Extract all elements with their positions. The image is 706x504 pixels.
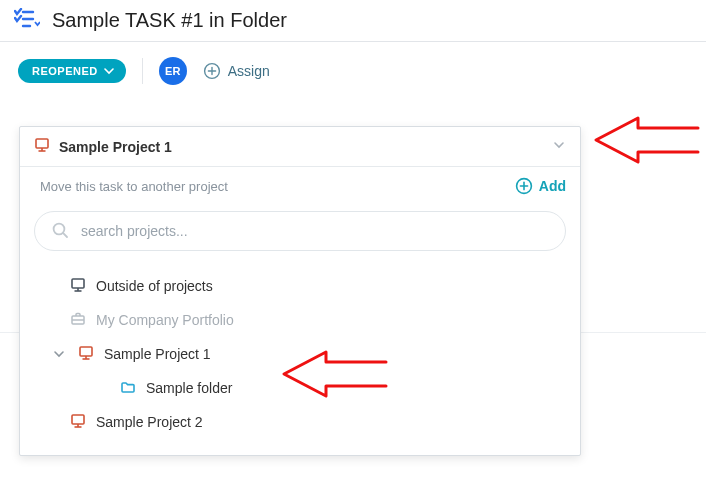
- status-pill-reopened[interactable]: REOPENED: [18, 59, 126, 83]
- tree-label: Sample folder: [146, 380, 232, 396]
- tree-item-outside[interactable]: Outside of projects: [28, 269, 576, 303]
- avatar[interactable]: ER: [159, 57, 187, 85]
- briefcase-icon: [70, 311, 86, 330]
- project-tree: Outside of projects My Company Portfolio…: [20, 261, 580, 455]
- panel-header-row[interactable]: Sample Project 1: [20, 127, 580, 167]
- toolbar-divider: [142, 58, 143, 84]
- chevron-down-icon[interactable]: [552, 138, 566, 155]
- svg-rect-6: [36, 139, 48, 148]
- project-picker-panel: Sample Project 1 Move this task to anoth…: [19, 126, 581, 456]
- tree-label: Outside of projects: [96, 278, 213, 294]
- assign-label: Assign: [228, 63, 270, 79]
- chevron-down-icon: [104, 66, 114, 76]
- project-icon: [70, 413, 86, 432]
- chevron-down-icon[interactable]: [50, 348, 68, 360]
- search-input[interactable]: [79, 222, 549, 240]
- project-icon: [34, 137, 50, 156]
- add-label: Add: [539, 178, 566, 194]
- tree-label: Sample Project 2: [96, 414, 203, 430]
- add-button[interactable]: Add: [515, 177, 566, 195]
- tree-label: My Company Portfolio: [96, 312, 234, 328]
- panel-hint: Move this task to another project: [40, 179, 515, 194]
- status-label: REOPENED: [32, 65, 98, 77]
- plus-circle-icon: [515, 177, 533, 195]
- tree-item-portfolio[interactable]: My Company Portfolio: [28, 303, 576, 337]
- svg-rect-19: [80, 347, 92, 356]
- search-box[interactable]: [34, 211, 566, 251]
- panel-project-name: Sample Project 1: [59, 139, 543, 155]
- tree-item-project2[interactable]: Sample Project 2: [28, 405, 576, 439]
- svg-rect-14: [72, 279, 84, 288]
- plus-circle-icon: [203, 62, 221, 80]
- project-icon: [78, 345, 94, 364]
- assign-button[interactable]: Assign: [203, 62, 270, 80]
- task-list-icon[interactable]: [14, 8, 40, 33]
- tree-label: Sample Project 1: [104, 346, 211, 362]
- tree-item-sample-folder[interactable]: Sample folder: [28, 371, 576, 405]
- annotation-arrow: [590, 114, 700, 174]
- search-icon: [51, 221, 69, 242]
- project-icon: [70, 277, 86, 296]
- svg-rect-22: [72, 415, 84, 424]
- svg-line-13: [63, 233, 67, 237]
- tree-item-project1[interactable]: Sample Project 1: [28, 337, 576, 371]
- task-title-input[interactable]: [52, 9, 694, 32]
- folder-icon: [120, 379, 136, 398]
